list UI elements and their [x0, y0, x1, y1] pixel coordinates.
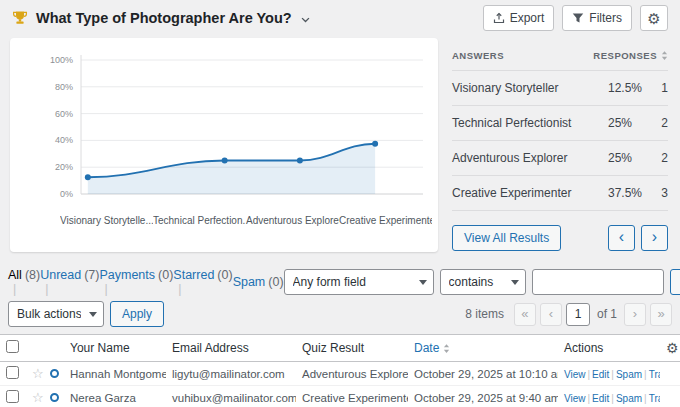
answers-pager: ‹ ›	[608, 225, 668, 251]
view-all-link[interactable]: All	[8, 268, 22, 282]
gear-icon[interactable]: ⚙	[666, 340, 679, 356]
chart-category-labels: Visionary Storytelle... Technical Perfec…	[60, 215, 432, 226]
chart-category-label: Technical Perfection...	[153, 215, 246, 226]
column-header-date-sort[interactable]: Date	[414, 341, 450, 355]
svg-text:60%: 60%	[55, 109, 73, 119]
answer-percent: 12.5%	[608, 81, 656, 95]
answer-row: Creative Experimenter 37.5% 3	[452, 176, 668, 211]
spam-entry-link[interactable]: Spam	[616, 393, 649, 404]
unread-indicator-icon[interactable]	[50, 369, 59, 378]
answer-percent: 37.5%	[608, 186, 656, 200]
views-row: All(8) Unread(7) Payments(0) Starred(0) …	[0, 268, 680, 296]
search-input[interactable]	[532, 269, 664, 295]
first-page-icon: «	[521, 306, 528, 321]
entries-table: Your Name Email Address Quiz Result Date…	[0, 334, 680, 407]
entry-name: Hannah Montgomery	[64, 362, 166, 386]
star-icon[interactable]: ☆	[32, 390, 44, 405]
filters-button-label: Filters	[589, 11, 622, 25]
chevron-left-icon: ‹	[549, 306, 553, 321]
apply-button[interactable]: Apply	[110, 301, 164, 327]
chart-category-label: Creative Experimente...	[339, 215, 432, 226]
answer-percent: 25%	[608, 116, 656, 130]
entry-row: ☆ Hannah Montgomery ligytu@mailinator.co…	[0, 362, 680, 386]
gear-icon: ⚙	[647, 11, 660, 26]
responses-column-header[interactable]: RESPONSES	[593, 50, 668, 61]
filters-button[interactable]: Filters	[562, 5, 632, 31]
svg-text:40%: 40%	[55, 135, 73, 145]
spam-entry-link[interactable]: Spam	[616, 369, 649, 380]
bulk-actions-select-wrap: Bulk actions	[8, 301, 104, 327]
page-title: What Type of Photographer Are You?	[36, 10, 292, 26]
answers-footer: View All Results ‹ ›	[452, 225, 668, 251]
answer-count: 2	[656, 116, 668, 130]
next-page-button[interactable]: ›	[641, 225, 668, 251]
answer-count: 1	[656, 81, 668, 95]
search-button[interactable]: Search	[670, 269, 680, 295]
column-header-name: Your Name	[64, 335, 166, 362]
answer-row: Adventurous Explorer 25% 2	[452, 141, 668, 176]
edit-entry-link[interactable]: Edit	[592, 369, 616, 380]
view-unread-link[interactable]: Unread	[40, 268, 81, 282]
chevron-left-icon: ‹	[619, 228, 624, 246]
row-checkbox[interactable]	[6, 390, 19, 403]
condition-select[interactable]: contains	[440, 269, 526, 295]
entry-date: October 29, 2025 at 9:40 am	[408, 386, 558, 407]
total-pages-label: of 1	[597, 307, 617, 321]
view-spam-link[interactable]: Spam	[233, 275, 266, 289]
chevron-right-icon: ›	[652, 228, 657, 246]
answer-label: Adventurous Explorer	[452, 151, 608, 165]
form-switcher-chevron-down-icon[interactable]	[300, 14, 311, 25]
view-item-starred: Starred(0)	[173, 268, 232, 296]
entries-section: All(8) Unread(7) Payments(0) Starred(0) …	[0, 268, 680, 407]
view-starred-count: (0)	[217, 268, 232, 282]
chevron-right-icon: ›	[633, 306, 637, 321]
first-page-button[interactable]: «	[514, 303, 536, 326]
view-entry-link[interactable]: View	[564, 393, 592, 404]
prev-page-button[interactable]: ‹	[608, 225, 635, 251]
trash-entry-link[interactable]: Trash	[649, 369, 660, 380]
view-payments-count: (0)	[158, 268, 173, 282]
export-icon	[493, 12, 505, 24]
entry-date: October 29, 2025 at 10:10 am	[408, 362, 558, 386]
trash-entry-link[interactable]: Trash	[649, 393, 660, 404]
answer-label: Creative Experimenter	[452, 186, 608, 200]
form-field-select[interactable]: Any form field	[284, 269, 434, 295]
last-page-button[interactable]: »	[650, 303, 672, 326]
items-count: 8 items	[465, 307, 504, 321]
row-checkbox[interactable]	[6, 366, 19, 379]
view-all-results-button[interactable]: View All Results	[452, 225, 561, 251]
export-button[interactable]: Export	[483, 5, 555, 31]
quiz-results-chart: 0%20%40%60%80%100%	[16, 50, 432, 212]
star-icon[interactable]: ☆	[32, 366, 44, 381]
entry-row: ☆ Nerea Garza vuhibux@mailinator.com Cre…	[0, 386, 680, 407]
form-field-select-wrap: Any form field	[284, 269, 434, 295]
current-page-field[interactable]: 1	[566, 303, 590, 326]
quiz-results-chart-card: 0%20%40%60%80%100% Visionary Storytelle.…	[10, 38, 438, 252]
answer-percent: 25%	[608, 151, 656, 165]
next-page-button[interactable]: ›	[624, 303, 646, 326]
column-header-email: Email Address	[166, 335, 296, 362]
entry-result: Creative Experimenter	[296, 386, 408, 407]
bulk-actions-select[interactable]: Bulk actions	[8, 301, 104, 327]
answer-label: Technical Perfectionist	[452, 116, 608, 130]
view-item-spam: Spam(0)	[233, 275, 284, 289]
answers-column-header: ANSWERS	[452, 50, 504, 61]
answer-row: Visionary Storyteller 12.5% 1	[452, 71, 668, 106]
prev-page-button[interactable]: ‹	[540, 303, 562, 326]
sort-icon	[661, 50, 668, 61]
settings-button[interactable]: ⚙	[640, 5, 668, 31]
view-payments-link[interactable]: Payments	[99, 268, 155, 282]
entry-actions: ViewEditSpamTrash	[558, 362, 660, 386]
quiz-entries-page: What Type of Photographer Are You? Expor…	[0, 0, 680, 407]
view-starred-link[interactable]: Starred	[173, 268, 214, 282]
view-entry-link[interactable]: View	[564, 369, 592, 380]
select-all-checkbox[interactable]	[6, 340, 19, 353]
svg-text:0%: 0%	[60, 189, 73, 199]
edit-entry-link[interactable]: Edit	[592, 393, 616, 404]
filter-icon	[572, 12, 584, 24]
bulk-actions-row: Bulk actions Apply 8 items « ‹ 1 of 1 › …	[0, 296, 680, 334]
answer-label: Visionary Storyteller	[452, 81, 608, 95]
answer-row: Technical Perfectionist 25% 2	[452, 106, 668, 141]
unread-indicator-icon[interactable]	[50, 393, 59, 402]
bulk-actions-group: Bulk actions Apply	[8, 301, 164, 327]
